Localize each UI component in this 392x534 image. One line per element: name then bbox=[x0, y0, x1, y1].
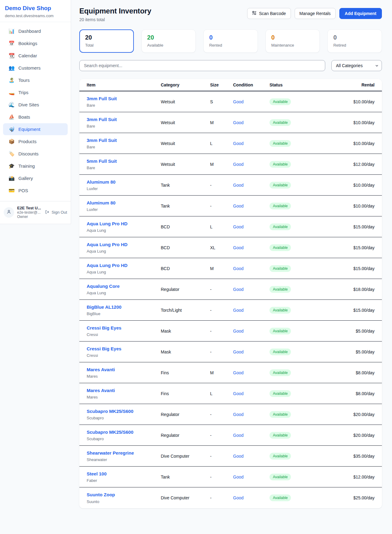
item-category: Mask bbox=[161, 329, 210, 334]
item-brand: Cressi bbox=[87, 353, 161, 358]
table-row: Mares Avanti Mares Fins L Good Available… bbox=[79, 383, 382, 404]
item-name-link[interactable]: Aqua Lung Pro HD bbox=[87, 242, 161, 248]
condition-link[interactable]: Good bbox=[233, 266, 243, 271]
column-header-rental: Rental bbox=[325, 82, 375, 87]
item-category: Tank bbox=[161, 475, 210, 479]
condition-link[interactable]: Good bbox=[233, 454, 243, 459]
filter-row: All Categories bbox=[79, 60, 382, 71]
sidebar-item-tours[interactable]: 🏝️ Tours bbox=[3, 74, 68, 86]
condition-link[interactable]: Good bbox=[233, 120, 243, 125]
dashboard-icon: 📊 bbox=[9, 28, 15, 34]
item-name-link[interactable]: Cressi Big Eyes bbox=[87, 346, 161, 352]
table-row: Scubapro MK25/S600 Scubapro Regulator - … bbox=[79, 404, 382, 425]
rental-price: $8.00/day bbox=[356, 370, 375, 375]
sidebar-item-trips[interactable]: 🚤 Trips bbox=[3, 86, 68, 98]
rental-price: $10.00/day bbox=[353, 141, 375, 146]
equipment-icon: 🤿 bbox=[9, 126, 15, 132]
condition-link[interactable]: Good bbox=[233, 475, 243, 479]
add-equipment-button[interactable]: Add Equipment bbox=[339, 8, 382, 19]
item-name-link[interactable]: Scubapro MK25/S600 bbox=[87, 429, 161, 435]
condition-link[interactable]: Good bbox=[233, 162, 243, 167]
item-size: - bbox=[210, 433, 233, 438]
condition-link[interactable]: Good bbox=[233, 99, 243, 104]
sidebar-item-boats[interactable]: ⛵ Boats bbox=[3, 111, 68, 123]
condition-link[interactable]: Good bbox=[233, 412, 243, 417]
item-name-link[interactable]: Shearwater Peregrine bbox=[87, 450, 161, 456]
sidebar-item-gallery[interactable]: 📸 Gallery bbox=[3, 172, 68, 184]
sidebar-item-bookings[interactable]: 📅 Bookings bbox=[3, 37, 68, 49]
item-category: Wetsuit bbox=[161, 120, 210, 125]
sidebar-item-equipment[interactable]: 🤿 Equipment bbox=[3, 123, 68, 135]
stat-card-rented[interactable]: 0 Rented bbox=[203, 29, 258, 53]
manage-rentals-button[interactable]: Manage Rentals bbox=[295, 8, 336, 19]
category-select[interactable]: All Categories bbox=[331, 60, 382, 71]
table-row: Steel 100 Faber Tank - Good Available $1… bbox=[79, 467, 382, 487]
table-row: Aluminum 80 Luxfer Tank - Good Available… bbox=[79, 175, 382, 196]
item-name-link[interactable]: Suunto Zoop bbox=[87, 492, 161, 498]
condition-link[interactable]: Good bbox=[233, 245, 243, 250]
condition-link[interactable]: Good bbox=[233, 349, 243, 354]
item-name-link[interactable]: Scubapro MK25/S600 bbox=[87, 408, 161, 414]
brand-name[interactable]: Demo Dive Shop bbox=[5, 5, 66, 12]
item-name-link[interactable]: Mares Avanti bbox=[87, 387, 161, 394]
item-name-link[interactable]: Aluminum 80 bbox=[87, 200, 161, 206]
condition-link[interactable]: Good bbox=[233, 204, 243, 208]
sign-out-button[interactable]: Sign Out bbox=[45, 210, 67, 215]
sidebar-item-discounts[interactable]: 🏷️ Discounts bbox=[3, 148, 68, 160]
item-name-link[interactable]: BigBlue AL1200 bbox=[87, 304, 161, 310]
item-name-link[interactable]: 5mm Full Suit bbox=[87, 158, 161, 164]
item-name-link[interactable]: Aqualung Core bbox=[87, 283, 161, 289]
item-brand: Aqua Lung bbox=[87, 270, 161, 274]
rental-price: $25.00/day bbox=[353, 495, 375, 500]
discounts-icon: 🏷️ bbox=[9, 151, 15, 157]
condition-link[interactable]: Good bbox=[233, 433, 243, 438]
condition-link[interactable]: Good bbox=[233, 308, 243, 313]
condition-link[interactable]: Good bbox=[233, 141, 243, 146]
condition-link[interactable]: Good bbox=[233, 183, 243, 188]
stat-card-total[interactable]: 20 Total bbox=[79, 29, 134, 53]
table-row: Aqua Lung Pro HD Aqua Lung BCD XL Good A… bbox=[79, 237, 382, 258]
sidebar-item-calendar[interactable]: 📆 Calendar bbox=[3, 50, 68, 62]
item-name-link[interactable]: Aqua Lung Pro HD bbox=[87, 262, 161, 269]
stat-card-available[interactable]: 20 Available bbox=[141, 29, 196, 53]
equipment-table: Item Category Size Condition Status Rent… bbox=[79, 79, 382, 508]
item-name-link[interactable]: 3mm Full Suit bbox=[87, 116, 161, 123]
condition-link[interactable]: Good bbox=[233, 370, 243, 375]
condition-link[interactable]: Good bbox=[233, 224, 243, 229]
condition-link[interactable]: Good bbox=[233, 495, 243, 500]
sidebar-item-dive-sites[interactable]: 🌊 Dive Sites bbox=[3, 99, 68, 111]
user-role: Owner bbox=[17, 215, 42, 219]
scan-barcode-button[interactable]: Scan Barcode bbox=[247, 8, 291, 19]
stat-card-maintenance[interactable]: 0 Maintenance bbox=[266, 29, 320, 53]
stat-card-retired[interactable]: 0 Retired bbox=[327, 29, 382, 53]
rental-price: $5.00/day bbox=[356, 329, 375, 334]
status-badge: Available bbox=[270, 98, 291, 105]
table-row: Aqua Lung Pro HD Aqua Lung BCD M Good Av… bbox=[79, 258, 382, 279]
item-category: Wetsuit bbox=[161, 99, 210, 104]
stat-value: 0 bbox=[271, 34, 314, 41]
item-category: Tank bbox=[161, 183, 210, 188]
search-input[interactable] bbox=[79, 60, 325, 71]
condition-link[interactable]: Good bbox=[233, 329, 243, 334]
brand-block: Demo Dive Shop demo.test.divestreams.com bbox=[0, 0, 71, 22]
condition-link[interactable]: Good bbox=[233, 287, 243, 292]
sidebar-item-customers[interactable]: 👥 Customers bbox=[3, 62, 68, 74]
item-brand: Mares bbox=[87, 395, 161, 399]
item-name-link[interactable]: 3mm Full Suit bbox=[87, 96, 161, 102]
condition-link[interactable]: Good bbox=[233, 391, 243, 396]
sidebar-item-training[interactable]: 🎓 Training bbox=[3, 160, 68, 172]
sidebar-item-dashboard[interactable]: 📊 Dashboard bbox=[3, 25, 68, 37]
sidebar-item-pos[interactable]: 💳 POS bbox=[3, 185, 68, 196]
rental-price: $8.00/day bbox=[356, 391, 375, 396]
item-name-link[interactable]: Cressi Big Eyes bbox=[87, 325, 161, 331]
sidebar-item-products[interactable]: 📦 Products bbox=[3, 135, 68, 147]
item-name-link[interactable]: Steel 100 bbox=[87, 471, 161, 477]
item-name-link[interactable]: Aluminum 80 bbox=[87, 179, 161, 185]
table-row: Cressi Big Eyes Cressi Mask - Good Avail… bbox=[79, 341, 382, 362]
table-row: Aqua Lung Pro HD Aqua Lung BCD L Good Av… bbox=[79, 216, 382, 237]
item-name-link[interactable]: Mares Avanti bbox=[87, 367, 161, 373]
rental-price: $20.00/day bbox=[353, 433, 375, 438]
item-name-link[interactable]: Aqua Lung Pro HD bbox=[87, 221, 161, 227]
item-name-link[interactable]: 3mm Full Suit bbox=[87, 137, 161, 143]
item-size: L bbox=[210, 141, 233, 146]
